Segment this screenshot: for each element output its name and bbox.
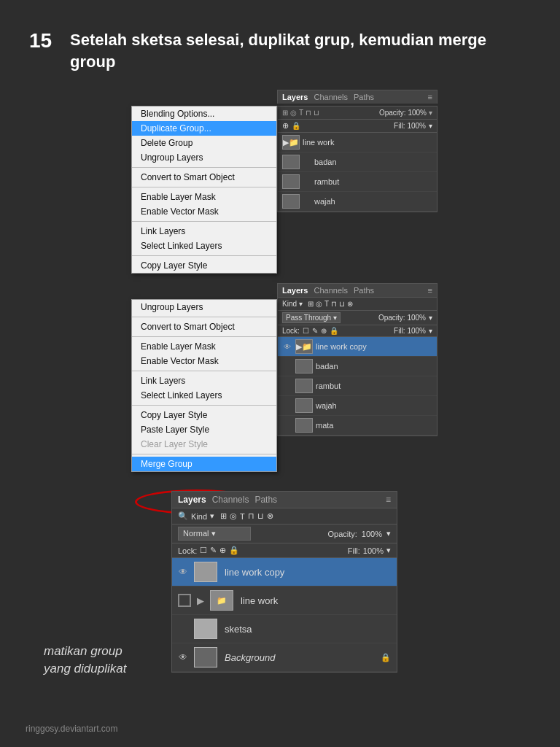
layer-name-badan-1: badan xyxy=(303,158,337,166)
fill-value-3: 100% xyxy=(363,546,384,555)
tab-paths-1[interactable]: Paths xyxy=(354,93,374,101)
thumb-wajah-1 xyxy=(282,194,300,209)
blend-select-3[interactable]: Normal ▾ xyxy=(178,527,251,541)
fill-dropdown-3[interactable]: ▾ xyxy=(386,546,391,555)
lock-icon-2d[interactable]: 🔒 xyxy=(330,327,338,335)
opacity-label-1: Opacity: 100% xyxy=(379,109,427,117)
layer-row-linework-3[interactable]: ▶ 📁 line work xyxy=(172,587,397,615)
toolbar-icon-2a: ⊞ xyxy=(308,300,314,308)
layer-row-linework-copy-2[interactable]: 👁 ▶📁 line work copy xyxy=(278,337,437,357)
kind-dropdown-3[interactable]: ▾ xyxy=(210,511,214,521)
layer-row-rambut-1[interactable]: rambut xyxy=(278,172,437,192)
tab-paths-2[interactable]: Paths xyxy=(354,286,374,295)
menu-enable-vector-mask-2[interactable]: Enable Vector Mask xyxy=(132,354,276,368)
menu-copy-layer-style-1[interactable]: Copy Layer Style xyxy=(132,258,276,273)
layer-row-linework-copy-3[interactable]: 👁 line work copy xyxy=(172,558,397,587)
menu-duplicate-group[interactable]: Duplicate Group... xyxy=(132,121,276,136)
layer-row-badan-2[interactable]: badan xyxy=(278,357,437,376)
kind-label-3: Kind xyxy=(191,512,207,521)
lock-icon-3d[interactable]: 🔒 xyxy=(229,546,239,555)
fill-dropdown-1[interactable]: ▾ xyxy=(429,122,432,130)
layer-row-sketsa-3[interactable]: 👁 sketsa xyxy=(172,615,397,643)
kind-dropdown-2[interactable]: ▾ xyxy=(299,300,303,308)
panel-menu-1[interactable]: ≡ xyxy=(428,93,432,101)
layer-name-rambut-2: rambut xyxy=(316,382,341,390)
menu-merge-group-2[interactable]: Merge Group xyxy=(132,457,276,471)
layer-row-mata-2[interactable]: mata xyxy=(278,416,437,436)
layer-row-linework-1[interactable]: ▶📁 line work xyxy=(278,133,437,152)
lock-icon-1: 🔒 xyxy=(292,122,300,130)
layers-panel-3-body: 🔍 Kind ▾ ⊞ ◎ T ⊓ ⊔ ⊗ Normal ▾ Opacity: 1… xyxy=(171,508,397,673)
toolbar-icon-2f: ⊗ xyxy=(347,300,353,308)
menu-enable-layer-mask-2[interactable]: Enable Layer Mask xyxy=(132,339,276,354)
eye-icon-3c[interactable]: 👁 xyxy=(178,652,188,662)
toolbar-icon-3c: T xyxy=(240,512,245,521)
tab-channels-2[interactable]: Channels xyxy=(314,286,347,295)
menu-ungroup-layers-1[interactable]: Ungroup Layers xyxy=(132,150,276,165)
layer-name-rambut-1: rambut xyxy=(303,177,339,186)
menu-select-linked-1[interactable]: Select Linked Layers xyxy=(132,239,276,253)
checkbox-linework-3[interactable] xyxy=(178,594,191,607)
tab-channels-3[interactable]: Channels xyxy=(212,495,249,505)
layers-tab-header-1: Layers Channels Paths ≡ xyxy=(277,90,438,104)
plus-icon-1: ⊕ xyxy=(282,121,289,131)
layer-row-wajah-1[interactable]: wajah xyxy=(278,192,437,212)
layers-panel-3: Layers Channels Paths ≡ 🔍 Kind ▾ ⊞ ◎ T ⊓… xyxy=(171,491,397,673)
layer-row-wajah-2[interactable]: wajah xyxy=(278,396,437,416)
menu-link-layers-1[interactable]: Link Layers xyxy=(132,224,276,239)
menu-copy-layer-style-2[interactable]: Copy Layer Style xyxy=(132,408,276,422)
eye-icon-2a[interactable]: 👁 xyxy=(282,341,292,352)
layers-panel-2: Layers Channels Paths ≡ Kind ▾ ⊞ ◎ T ⊓ ⊔… xyxy=(277,283,438,436)
tab-paths-3[interactable]: Paths xyxy=(254,495,277,505)
panel-menu-3[interactable]: ≡ xyxy=(386,495,391,505)
lock-icon-2a[interactable]: ☐ xyxy=(303,327,309,335)
lock-icon-2b[interactable]: ✎ xyxy=(312,327,318,335)
step-title: Setelah sketsa selesai, duplikat grup, k… xyxy=(70,29,531,72)
menu-convert-smart-2[interactable]: Convert to Smart Object xyxy=(132,320,276,334)
menu-enable-vector-mask-1[interactable]: Enable Vector Mask xyxy=(132,204,276,219)
eye-icon-3a[interactable]: 👁 xyxy=(178,567,188,577)
panel-menu-2[interactable]: ≡ xyxy=(428,286,432,295)
menu-enable-layer-mask-1[interactable]: Enable Layer Mask xyxy=(132,190,276,204)
opacity-dropdown-2[interactable]: ▾ xyxy=(429,314,432,322)
lock-icon-3c[interactable]: ⊕ xyxy=(219,546,226,555)
tab-layers-2[interactable]: Layers xyxy=(282,286,308,295)
lock-icon-3b[interactable]: ✎ xyxy=(210,546,217,555)
fill-dropdown-2[interactable]: ▾ xyxy=(429,327,432,335)
tab-layers-1[interactable]: Layers xyxy=(282,93,308,101)
menu-ungroup-layers-2[interactable]: Ungroup Layers xyxy=(132,300,276,314)
context-menu-2: Ungroup Layers Convert to Smart Object E… xyxy=(131,299,277,472)
toolbar-icon-1: ⊞ xyxy=(282,109,288,117)
thumb-badan-1 xyxy=(282,155,300,169)
context-menu-2-panel: Ungroup Layers Convert to Smart Object E… xyxy=(131,299,277,472)
layer-row-badan-1[interactable]: badan xyxy=(278,152,437,172)
layers-tab-header-3: Layers Channels Paths ≡ xyxy=(171,491,397,508)
layer-row-rambut-2[interactable]: rambut xyxy=(278,376,437,396)
tab-channels-1[interactable]: Channels xyxy=(314,93,347,101)
thumb-linework-copy-3 xyxy=(194,562,217,582)
menu-clear-layer-style-2[interactable]: Clear Layer Style xyxy=(132,437,276,452)
tab-layers-3[interactable]: Layers xyxy=(178,495,206,505)
dropdown-icon-1[interactable]: ▾ xyxy=(429,109,432,117)
lock-icon-3a[interactable]: ☐ xyxy=(200,546,207,555)
lock-label-3: Lock: xyxy=(178,546,197,555)
menu-blending-options[interactable]: Blending Options... xyxy=(132,107,276,121)
pass-through-select-2[interactable]: Pass Through ▾ xyxy=(282,312,341,323)
lock-icon-2c[interactable]: ⊕ xyxy=(321,327,327,335)
context-menu-1-panel: Blending Options... Duplicate Group... D… xyxy=(131,106,277,274)
menu-select-linked-2[interactable]: Select Linked Layers xyxy=(132,388,276,403)
layer-row-background-3[interactable]: 👁 Background 🔒 xyxy=(172,643,397,672)
lock-label-2: Lock: xyxy=(282,327,300,335)
context-menu-1: Blending Options... Duplicate Group... D… xyxy=(131,106,277,274)
menu-paste-layer-style-2[interactable]: Paste Layer Style xyxy=(132,422,276,437)
opacity-dropdown-3[interactable]: ▾ xyxy=(386,529,391,538)
layers-tab-header-2: Layers Channels Paths ≡ xyxy=(277,283,438,297)
menu-delete-group[interactable]: Delete Group xyxy=(132,136,276,150)
layer-name-linework-3: line work xyxy=(241,595,278,606)
folder-thumb-1: ▶📁 xyxy=(282,135,300,150)
thumb-badan-2 xyxy=(295,359,313,374)
menu-convert-smart-1[interactable]: Convert to Smart Object xyxy=(132,170,276,185)
menu-link-layers-2[interactable]: Link Layers xyxy=(132,374,276,388)
toolbar-icon-2d: ⊓ xyxy=(331,300,337,308)
thumb-sketsa-3 xyxy=(194,619,217,639)
